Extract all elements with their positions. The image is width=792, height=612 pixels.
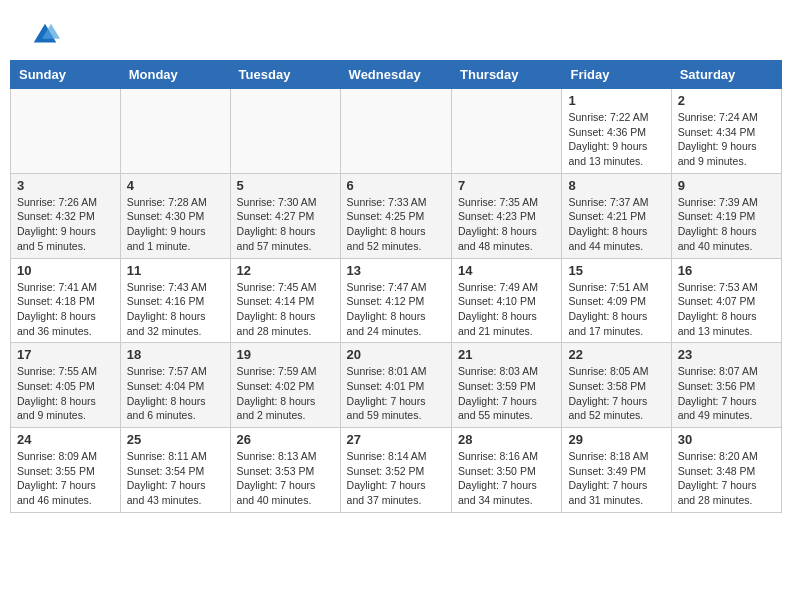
day-number: 9: [678, 178, 775, 193]
day-info: Sunrise: 7:33 AM Sunset: 4:25 PM Dayligh…: [347, 195, 445, 254]
day-info: Sunrise: 8:14 AM Sunset: 3:52 PM Dayligh…: [347, 449, 445, 508]
day-cell: 22Sunrise: 8:05 AM Sunset: 3:58 PM Dayli…: [562, 343, 671, 428]
day-info: Sunrise: 7:26 AM Sunset: 4:32 PM Dayligh…: [17, 195, 114, 254]
day-cell: 26Sunrise: 8:13 AM Sunset: 3:53 PM Dayli…: [230, 428, 340, 513]
col-header-friday: Friday: [562, 61, 671, 89]
day-info: Sunrise: 7:30 AM Sunset: 4:27 PM Dayligh…: [237, 195, 334, 254]
day-info: Sunrise: 7:22 AM Sunset: 4:36 PM Dayligh…: [568, 110, 664, 169]
col-header-thursday: Thursday: [452, 61, 562, 89]
day-info: Sunrise: 8:16 AM Sunset: 3:50 PM Dayligh…: [458, 449, 555, 508]
day-number: 10: [17, 263, 114, 278]
day-info: Sunrise: 7:45 AM Sunset: 4:14 PM Dayligh…: [237, 280, 334, 339]
day-number: 26: [237, 432, 334, 447]
day-info: Sunrise: 8:07 AM Sunset: 3:56 PM Dayligh…: [678, 364, 775, 423]
day-number: 2: [678, 93, 775, 108]
day-cell: [452, 89, 562, 174]
day-cell: 20Sunrise: 8:01 AM Sunset: 4:01 PM Dayli…: [340, 343, 451, 428]
day-info: Sunrise: 8:09 AM Sunset: 3:55 PM Dayligh…: [17, 449, 114, 508]
day-cell: 10Sunrise: 7:41 AM Sunset: 4:18 PM Dayli…: [11, 258, 121, 343]
day-cell: 23Sunrise: 8:07 AM Sunset: 3:56 PM Dayli…: [671, 343, 781, 428]
day-cell: 13Sunrise: 7:47 AM Sunset: 4:12 PM Dayli…: [340, 258, 451, 343]
day-number: 3: [17, 178, 114, 193]
day-info: Sunrise: 8:13 AM Sunset: 3:53 PM Dayligh…: [237, 449, 334, 508]
day-info: Sunrise: 7:35 AM Sunset: 4:23 PM Dayligh…: [458, 195, 555, 254]
day-cell: [11, 89, 121, 174]
day-cell: 17Sunrise: 7:55 AM Sunset: 4:05 PM Dayli…: [11, 343, 121, 428]
day-number: 1: [568, 93, 664, 108]
day-info: Sunrise: 7:37 AM Sunset: 4:21 PM Dayligh…: [568, 195, 664, 254]
logo: [30, 20, 64, 50]
day-cell: 18Sunrise: 7:57 AM Sunset: 4:04 PM Dayli…: [120, 343, 230, 428]
calendar-body: 1Sunrise: 7:22 AM Sunset: 4:36 PM Daylig…: [11, 89, 782, 513]
logo-icon: [30, 20, 60, 50]
day-cell: [230, 89, 340, 174]
day-cell: 2Sunrise: 7:24 AM Sunset: 4:34 PM Daylig…: [671, 89, 781, 174]
day-info: Sunrise: 8:01 AM Sunset: 4:01 PM Dayligh…: [347, 364, 445, 423]
day-number: 27: [347, 432, 445, 447]
week-row-4: 17Sunrise: 7:55 AM Sunset: 4:05 PM Dayli…: [11, 343, 782, 428]
day-info: Sunrise: 7:57 AM Sunset: 4:04 PM Dayligh…: [127, 364, 224, 423]
day-number: 4: [127, 178, 224, 193]
day-info: Sunrise: 7:24 AM Sunset: 4:34 PM Dayligh…: [678, 110, 775, 169]
day-cell: 16Sunrise: 7:53 AM Sunset: 4:07 PM Dayli…: [671, 258, 781, 343]
day-number: 16: [678, 263, 775, 278]
col-header-wednesday: Wednesday: [340, 61, 451, 89]
day-number: 21: [458, 347, 555, 362]
col-header-saturday: Saturday: [671, 61, 781, 89]
day-cell: 19Sunrise: 7:59 AM Sunset: 4:02 PM Dayli…: [230, 343, 340, 428]
day-number: 12: [237, 263, 334, 278]
day-number: 23: [678, 347, 775, 362]
day-number: 11: [127, 263, 224, 278]
week-row-1: 1Sunrise: 7:22 AM Sunset: 4:36 PM Daylig…: [11, 89, 782, 174]
page-header: [0, 0, 792, 60]
day-info: Sunrise: 7:28 AM Sunset: 4:30 PM Dayligh…: [127, 195, 224, 254]
week-row-2: 3Sunrise: 7:26 AM Sunset: 4:32 PM Daylig…: [11, 173, 782, 258]
day-number: 28: [458, 432, 555, 447]
day-cell: 8Sunrise: 7:37 AM Sunset: 4:21 PM Daylig…: [562, 173, 671, 258]
day-number: 8: [568, 178, 664, 193]
day-info: Sunrise: 8:18 AM Sunset: 3:49 PM Dayligh…: [568, 449, 664, 508]
day-cell: [120, 89, 230, 174]
day-info: Sunrise: 7:43 AM Sunset: 4:16 PM Dayligh…: [127, 280, 224, 339]
day-cell: 5Sunrise: 7:30 AM Sunset: 4:27 PM Daylig…: [230, 173, 340, 258]
day-number: 19: [237, 347, 334, 362]
col-header-sunday: Sunday: [11, 61, 121, 89]
day-number: 29: [568, 432, 664, 447]
day-info: Sunrise: 7:51 AM Sunset: 4:09 PM Dayligh…: [568, 280, 664, 339]
day-info: Sunrise: 7:53 AM Sunset: 4:07 PM Dayligh…: [678, 280, 775, 339]
day-cell: 14Sunrise: 7:49 AM Sunset: 4:10 PM Dayli…: [452, 258, 562, 343]
day-info: Sunrise: 8:20 AM Sunset: 3:48 PM Dayligh…: [678, 449, 775, 508]
day-info: Sunrise: 8:11 AM Sunset: 3:54 PM Dayligh…: [127, 449, 224, 508]
day-cell: 1Sunrise: 7:22 AM Sunset: 4:36 PM Daylig…: [562, 89, 671, 174]
day-cell: 7Sunrise: 7:35 AM Sunset: 4:23 PM Daylig…: [452, 173, 562, 258]
day-cell: 30Sunrise: 8:20 AM Sunset: 3:48 PM Dayli…: [671, 428, 781, 513]
day-cell: 27Sunrise: 8:14 AM Sunset: 3:52 PM Dayli…: [340, 428, 451, 513]
day-cell: 3Sunrise: 7:26 AM Sunset: 4:32 PM Daylig…: [11, 173, 121, 258]
day-info: Sunrise: 7:59 AM Sunset: 4:02 PM Dayligh…: [237, 364, 334, 423]
calendar-container: SundayMondayTuesdayWednesdayThursdayFrid…: [0, 60, 792, 523]
day-info: Sunrise: 7:41 AM Sunset: 4:18 PM Dayligh…: [17, 280, 114, 339]
day-info: Sunrise: 7:39 AM Sunset: 4:19 PM Dayligh…: [678, 195, 775, 254]
day-cell: 6Sunrise: 7:33 AM Sunset: 4:25 PM Daylig…: [340, 173, 451, 258]
day-number: 24: [17, 432, 114, 447]
day-cell: 21Sunrise: 8:03 AM Sunset: 3:59 PM Dayli…: [452, 343, 562, 428]
day-cell: 28Sunrise: 8:16 AM Sunset: 3:50 PM Dayli…: [452, 428, 562, 513]
calendar-table: SundayMondayTuesdayWednesdayThursdayFrid…: [10, 60, 782, 513]
day-number: 6: [347, 178, 445, 193]
day-number: 18: [127, 347, 224, 362]
day-cell: 4Sunrise: 7:28 AM Sunset: 4:30 PM Daylig…: [120, 173, 230, 258]
day-info: Sunrise: 7:47 AM Sunset: 4:12 PM Dayligh…: [347, 280, 445, 339]
day-info: Sunrise: 7:55 AM Sunset: 4:05 PM Dayligh…: [17, 364, 114, 423]
day-cell: 9Sunrise: 7:39 AM Sunset: 4:19 PM Daylig…: [671, 173, 781, 258]
day-number: 13: [347, 263, 445, 278]
day-number: 25: [127, 432, 224, 447]
day-number: 7: [458, 178, 555, 193]
day-cell: 25Sunrise: 8:11 AM Sunset: 3:54 PM Dayli…: [120, 428, 230, 513]
day-number: 5: [237, 178, 334, 193]
day-cell: 12Sunrise: 7:45 AM Sunset: 4:14 PM Dayli…: [230, 258, 340, 343]
day-number: 30: [678, 432, 775, 447]
day-info: Sunrise: 7:49 AM Sunset: 4:10 PM Dayligh…: [458, 280, 555, 339]
day-number: 17: [17, 347, 114, 362]
day-number: 15: [568, 263, 664, 278]
week-row-3: 10Sunrise: 7:41 AM Sunset: 4:18 PM Dayli…: [11, 258, 782, 343]
